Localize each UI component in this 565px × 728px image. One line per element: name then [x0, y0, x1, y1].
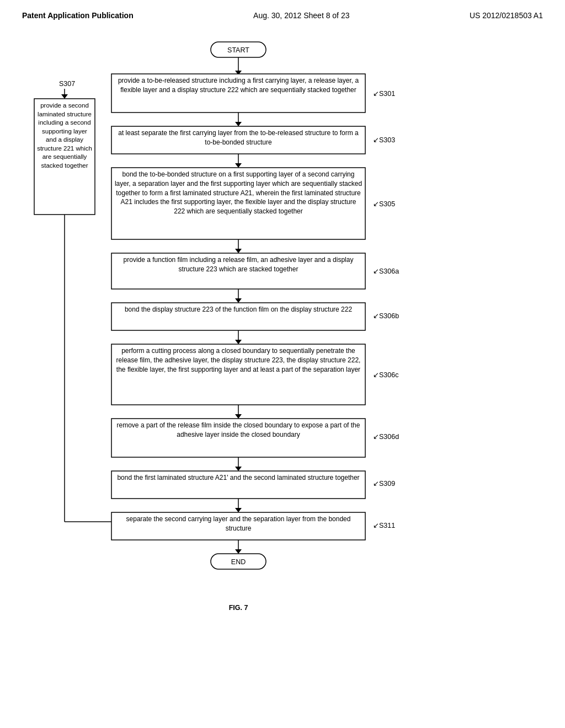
- s303-id: ↙S303: [373, 136, 395, 144]
- s309-id: ↙S309: [373, 480, 395, 488]
- s307-label-top: S307: [59, 80, 75, 88]
- svg-marker-14: [235, 163, 242, 168]
- svg-marker-33: [235, 508, 242, 512]
- s311-id: ↙S311: [373, 522, 395, 529]
- start-label: START: [227, 46, 249, 54]
- page-header: Patent Application Publication Aug. 30, …: [0, 0, 565, 25]
- s305-id: ↙S305: [373, 200, 395, 208]
- svg-marker-36: [235, 549, 242, 554]
- s306b-id: ↙S306b: [373, 312, 399, 320]
- svg-marker-30: [235, 467, 242, 471]
- svg-marker-17: [235, 249, 242, 253]
- s306a-id: ↙S306a: [373, 267, 399, 275]
- diagram-container: text { font-family: Arial, sans-serif; f…: [0, 25, 565, 687]
- flowchart-svg: text { font-family: Arial, sans-serif; f…: [29, 36, 536, 676]
- svg-marker-23: [235, 340, 242, 344]
- figure-label: FIG. 7: [229, 604, 248, 612]
- svg-marker-11: [235, 122, 242, 126]
- end-label: END: [231, 558, 246, 566]
- svg-container: text { font-family: Arial, sans-serif; f…: [22, 36, 543, 676]
- header-publication: Patent Application Publication: [22, 11, 134, 20]
- header-date-sheet: Aug. 30, 2012 Sheet 8 of 23: [253, 11, 349, 20]
- s306d-id: ↙S306d: [373, 433, 399, 441]
- s306c-id: ↙S306c: [373, 371, 398, 379]
- svg-marker-20: [235, 298, 242, 303]
- svg-marker-26: [235, 414, 242, 419]
- svg-marker-4: [61, 94, 68, 99]
- header-patent-number: US 2012/0218503 A1: [470, 11, 543, 20]
- s301-id: ↙S301: [373, 90, 395, 98]
